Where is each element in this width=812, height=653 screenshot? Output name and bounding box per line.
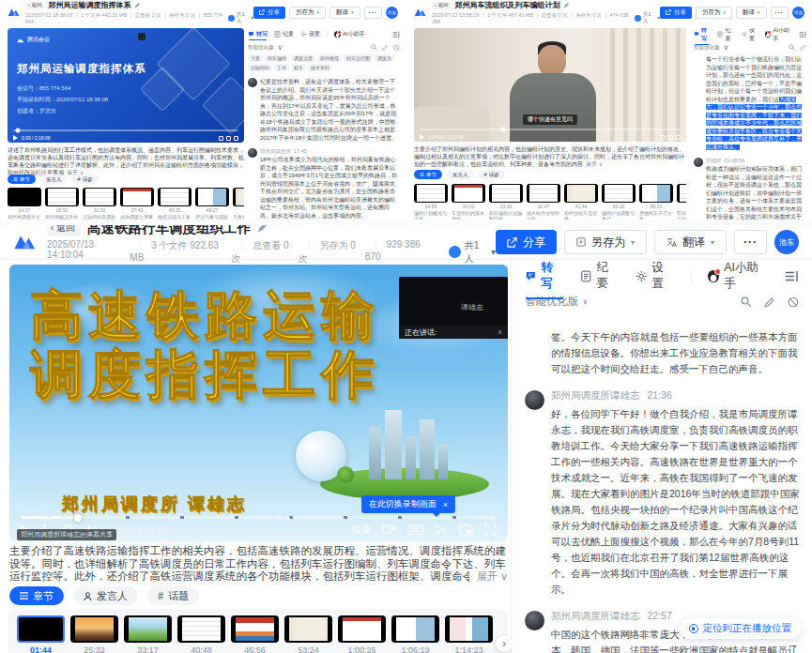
expand-link[interactable]: 展开 ∨	[586, 161, 603, 167]
user-avatar[interactable]: 浩东	[774, 230, 799, 254]
tab-speakers[interactable]: 发言人	[447, 170, 474, 179]
share-button[interactable]: 分享	[253, 7, 285, 19]
transcript-entry[interactable]: 纪要是技术资料，还有这个调度体系，给大家整理一下会议上的介绍。我们今天讲第一个部…	[248, 78, 400, 142]
chapter-item[interactable]: 41:44 郑州北站车流径路	[564, 184, 598, 220]
chapter-thumbnail[interactable]	[284, 615, 332, 643]
progress-bar[interactable]	[420, 129, 681, 130]
clip-icon[interactable]	[226, 136, 231, 141]
filter-words-icon[interactable]	[788, 296, 799, 308]
members-chip[interactable]: 共1人▾	[449, 239, 496, 266]
tab-speakers[interactable]: 发言人	[40, 175, 68, 184]
search-icon[interactable]	[371, 44, 377, 51]
transcript-mode-select[interactable]: 智能优化版	[694, 44, 720, 51]
clip-icon[interactable]	[668, 135, 673, 140]
play-icon[interactable]	[420, 134, 424, 140]
chapter-item[interactable]: 53:24	[284, 615, 332, 646]
fullscreen-icon[interactable]	[484, 524, 497, 536]
tab-topics[interactable]: # 话题	[71, 175, 98, 184]
topic-chip[interactable]: 技术资料	[308, 64, 332, 71]
transcript-entry[interactable]: 郑州局调度所谭雄志21:36 好，各位同学下午好！做个自我介绍，我是市局调度所谭…	[525, 389, 801, 598]
progress-knob[interactable]	[500, 128, 505, 132]
chapter-item[interactable]: 43:35 枢纽运输与工务分布	[158, 188, 192, 220]
progress-knob[interactable]	[73, 513, 82, 522]
topic-chip[interactable]: 列车编组	[265, 54, 289, 62]
save-as-button[interactable]: 另存为▾	[696, 7, 732, 19]
chapter-item[interactable]: 46:56	[231, 615, 279, 646]
chapter-thumbnail[interactable]	[338, 615, 386, 643]
tab-topics[interactable]: # 话题	[478, 170, 504, 179]
tab-chapters[interactable]: ☰ 章节	[414, 170, 442, 179]
speaker-pip-video[interactable]: 谭雄志 正在讲话:∧	[399, 277, 508, 339]
chapter-thumbnail[interactable]	[158, 188, 192, 206]
tab-ai-assistant[interactable]: AI小助手	[334, 30, 365, 38]
chapter-item[interactable]: 14:03 车流组织的基本原则	[452, 184, 485, 220]
topic-chip[interactable]: 调度员	[375, 54, 394, 62]
filter-words-icon[interactable]	[393, 44, 400, 51]
chapter-item[interactable]: 56:36 天窗修与列车运行图	[233, 188, 244, 220]
tab-settings[interactable]: 设置	[742, 28, 758, 43]
edit-icon[interactable]	[764, 296, 775, 308]
chapter-item[interactable]: 49:27 货运气象与调度系统	[195, 188, 229, 220]
fullscreen-icon[interactable]	[234, 136, 238, 141]
user-avatar[interactable]: 浩东	[792, 7, 804, 19]
subtitles-cc-button[interactable]: CC	[407, 524, 423, 535]
chapter-item[interactable]: 1:06:19	[391, 615, 439, 646]
locate-playing-button[interactable]: 定位到正在播放位置	[680, 618, 802, 639]
wa-video-player[interactable]: 腾讯会议 郑州局运输调度指挥体系 会议号：855 774 564 开始录制时间：…	[8, 28, 244, 143]
back-button[interactable]: ‹ 返回	[47, 225, 81, 236]
chapter-thumbnail[interactable]	[70, 615, 118, 643]
fullscreen-icon[interactable]	[676, 135, 681, 140]
chapter-thumbnail[interactable]	[677, 184, 686, 203]
transcript-entry[interactable]: 刘端祥01:08:56 铁路成为编组计划实际应用体系，相门松是一种说法，这编组运…	[694, 158, 806, 220]
chapter-marker[interactable]	[61, 515, 66, 520]
switch-screen-icon[interactable]	[382, 524, 396, 536]
topic-chip[interactable]: 郑州枢纽	[317, 54, 342, 62]
mini-player-icon[interactable]	[459, 524, 473, 536]
chapter-thumbnail[interactable]	[45, 188, 79, 206]
chapter-item[interactable]: 33:17	[124, 615, 172, 646]
save-as-button[interactable]: 另存为▾	[564, 230, 647, 254]
topic-chip[interactable]: 工作	[274, 64, 289, 71]
chapter-item[interactable]: 37:43 高铁调度台质量管理	[120, 188, 154, 220]
chapter-item[interactable]: 04:55 编组计划概述与沿革	[414, 184, 448, 220]
progress-bar[interactable]	[13, 129, 238, 131]
tab-chapters[interactable]: ☰ 章节	[8, 175, 36, 184]
tab-transcript[interactable]: 转写	[694, 28, 711, 43]
chapter-thumbnail[interactable]	[83, 188, 116, 206]
chapter-item[interactable]: 25:52 郑州局概况及线路分布	[45, 188, 79, 220]
close-icon[interactable]: ×	[443, 500, 448, 509]
members-chip[interactable]: 共1人▾	[228, 11, 253, 24]
tab-chapters[interactable]: 章节	[9, 586, 64, 605]
chapter-item[interactable]: 40:48	[177, 615, 225, 646]
more-button[interactable]: ···	[771, 7, 789, 19]
chapter-thumbnail[interactable]	[564, 184, 598, 203]
topic-chip[interactable]: 调度运营	[291, 54, 315, 62]
edit-title-icon[interactable]	[134, 3, 140, 8]
chapter-item[interactable]: 14:27 郑州局调度所文化与沿革	[8, 188, 41, 220]
expand-link[interactable]: 展开 ∨	[469, 570, 508, 584]
playback-speed-button[interactable]: 倍速	[351, 524, 371, 537]
progress-bar[interactable]	[21, 516, 497, 519]
tab-minutes[interactable]: 纪要	[580, 260, 620, 292]
chapter-item[interactable]: 1:00:26	[338, 615, 386, 646]
tab-topics[interactable]: #话题	[147, 586, 199, 605]
search-icon[interactable]	[789, 44, 795, 51]
chapter-item[interactable]: 25:32	[70, 615, 118, 646]
chapter-thumbnail[interactable]	[177, 615, 225, 643]
tab-speakers[interactable]: 发言人	[73, 586, 138, 605]
chapter-item[interactable]: 1:14:23	[445, 615, 493, 646]
play-icon[interactable]	[13, 135, 18, 141]
search-icon[interactable]	[741, 296, 752, 308]
main-video-player[interactable]: 高速铁路运输 调度指挥工作 郑州局调度所 谭雄志 谭雄志 正在讲话:∧ 在此切换…	[9, 265, 508, 541]
chapter-thumbnail[interactable]	[120, 188, 154, 206]
chapter-item[interactable]: 31:52 运输组织及调度所职责	[83, 188, 116, 220]
tab-settings[interactable]: 设置	[300, 30, 320, 38]
translate-button[interactable]: 翻译▾	[654, 230, 727, 254]
share-button[interactable]: 分享	[496, 230, 557, 254]
tab-ai-assistant[interactable]: AI小助手	[708, 260, 770, 292]
chapter-thumbnail[interactable]	[452, 184, 485, 203]
topic-chip[interactable]: 运输组织	[248, 64, 272, 71]
wb-video-player[interactable]: 哪个快递有意见吗 1:04:26 / 3:22:08	[414, 28, 686, 142]
transcript-scroll-area[interactable]: 签。今天下午的内容就是包括一些要组织的一些基本方面的情报信息设备。你想出来工作业…	[525, 329, 801, 653]
translate-button[interactable]: 翻译▾	[329, 7, 360, 19]
